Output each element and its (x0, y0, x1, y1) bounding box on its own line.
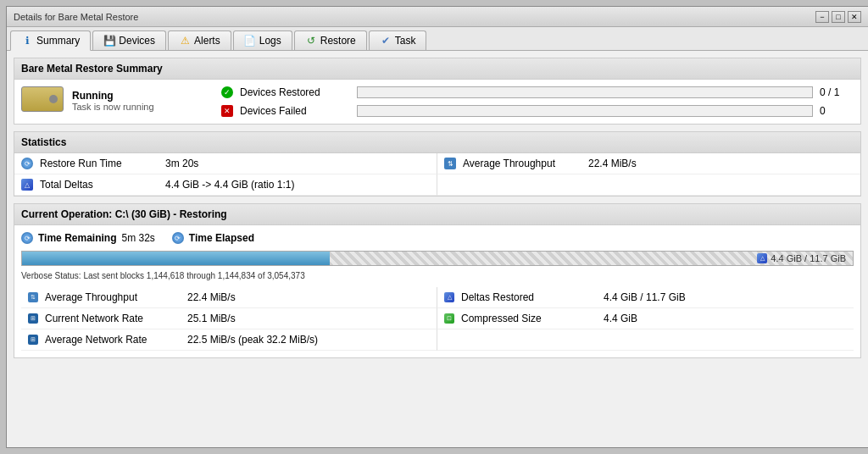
summary-section-header: Bare Metal Restore Summary (14, 58, 860, 80)
tab-restore[interactable]: ↺ Restore (294, 30, 367, 50)
tab-restore-label: Restore (320, 35, 356, 47)
time-remaining-value: 5m 32s (121, 232, 154, 244)
current-network-metric: ⊞ Current Network Rate 25.1 MiB/s (21, 308, 437, 329)
window-title: Details for Bare Metal Restore (14, 12, 138, 22)
avg-network-value: 22.5 MiB/s (peak 32.2 MiB/s) (187, 334, 318, 346)
time-remaining-icon: ⟳ (21, 232, 33, 244)
current-network-label: Current Network Rate (45, 313, 181, 324)
deltas-restored-metric: △ Deltas Restored 4.4 GiB / 11.7 GiB (437, 287, 854, 308)
avg-throughput-icon: ⇅ (444, 158, 456, 169)
summary-section: Bare Metal Restore Summary Running Task … (14, 58, 861, 125)
maximize-button[interactable]: □ (832, 11, 845, 23)
tab-alerts[interactable]: ⚠ Alerts (168, 30, 231, 50)
compressed-size-label: Compressed Size (461, 313, 597, 324)
tab-task-label: Task (395, 35, 416, 47)
main-progress-text: △ 4.4 GiB / 11.7 GiB (757, 253, 846, 263)
avg-network-icon: ⊞ (28, 335, 38, 345)
tab-devices-label: Devices (119, 35, 155, 47)
metrics-grid: ⇅ Average Throughput 22.4 MiB/s △ Deltas… (21, 287, 854, 351)
restore-run-time-value: 3m 20s (165, 158, 198, 169)
time-row: ⟳ Time Remaining 5m 32s ⟳ Time Elapsed (21, 232, 854, 244)
restore-run-time-label: Restore Run Time (40, 158, 159, 169)
avg-throughput-metric-icon: ⇅ (28, 292, 38, 302)
stats-grid: ⟳ Restore Run Time 3m 20s ⇅ Average Thro… (14, 153, 860, 196)
devices-failed-label: Devices Failed (240, 105, 350, 117)
close-button[interactable]: ✕ (848, 11, 861, 23)
compressed-size-value: 4.4 GiB (604, 313, 637, 324)
deltas-restored-icon: △ (444, 292, 454, 302)
current-network-value: 25.1 MiB/s (187, 313, 236, 324)
statistics-section: Statistics ⟳ Restore Run Time 3m 20s ⇅ A… (14, 131, 861, 197)
compressed-size-icon: ⊡ (444, 313, 454, 324)
restore-tab-icon: ↺ (305, 35, 317, 47)
tab-alerts-label: Alerts (194, 35, 220, 47)
progress-delta-icon: △ (757, 253, 767, 263)
window-controls: − □ ✕ (815, 11, 861, 23)
time-elapsed-item: ⟳ Time Elapsed (172, 232, 254, 244)
verbose-status: Verbose Status: Last sent blocks 1,144,6… (21, 271, 854, 280)
total-deltas-icon: △ (21, 179, 33, 191)
devices-restored-progress (357, 86, 813, 98)
operation-section: Current Operation: C:\ (30 GiB) - Restor… (14, 203, 861, 358)
deltas-restored-label: Deltas Restored (461, 291, 597, 303)
avg-network-metric: ⊞ Average Network Rate 22.5 MiB/s (peak … (21, 329, 437, 351)
tab-summary[interactable]: ℹ Summary (10, 30, 91, 51)
total-deltas-label: Total Deltas (40, 179, 159, 191)
tab-logs-label: Logs (259, 35, 281, 47)
time-remaining-item: ⟳ Time Remaining 5m 32s (21, 232, 155, 244)
devices-failed-progress (357, 105, 813, 117)
operation-body: ⟳ Time Remaining 5m 32s ⟳ Time Elapsed △ (14, 225, 860, 357)
tab-logs[interactable]: 📄 Logs (233, 30, 292, 50)
restore-run-time-row: ⟳ Restore Run Time 3m 20s (14, 153, 437, 174)
alerts-tab-icon: ⚠ (179, 35, 191, 47)
avg-network-label: Average Network Rate (45, 334, 181, 346)
devices-restored-label: Devices Restored (240, 86, 350, 98)
main-content: Bare Metal Restore Summary Running Task … (7, 51, 868, 447)
devices-tab-icon: 💾 (103, 35, 115, 47)
avg-throughput-metric-label: Average Throughput (45, 291, 181, 303)
avg-network-empty (437, 329, 854, 351)
summary-section-body: Running Task is now running ✓ Devices Re… (14, 80, 860, 124)
status-row: Running Task is now running ✓ Devices Re… (21, 86, 854, 117)
statistics-header: Statistics (14, 132, 860, 153)
avg-throughput-metric-value: 22.4 MiB/s (187, 291, 236, 303)
devices-failed-value: 0 (820, 105, 854, 117)
status-sublabel: Task is now running (72, 102, 154, 112)
devices-restored-value: 0 / 1 (820, 86, 854, 98)
main-progress-bar: △ 4.4 GiB / 11.7 GiB (21, 251, 854, 266)
total-deltas-value: 4.4 GiB -> 4.4 GiB (ratio 1:1) (165, 179, 294, 191)
logs-tab-icon: 📄 (244, 35, 256, 47)
devices-failed-icon: ✕ (221, 105, 233, 117)
time-elapsed-icon: ⟳ (172, 232, 184, 244)
avg-throughput-label: Average Throughput (463, 158, 581, 169)
task-tab-icon: ✔ (380, 35, 392, 47)
running-icon (21, 86, 64, 112)
tab-summary-label: Summary (36, 35, 80, 47)
tab-task[interactable]: ✔ Task (369, 30, 427, 50)
tab-bar: ℹ Summary 💾 Devices ⚠ Alerts 📄 Logs ↺ Re… (7, 27, 868, 51)
current-network-icon: ⊞ (28, 313, 38, 324)
devices-failed-row: ✕ Devices Failed 0 (221, 105, 854, 117)
tab-devices[interactable]: 💾 Devices (92, 30, 166, 50)
time-remaining-label: Time Remaining (38, 232, 116, 244)
compressed-size-metric: ⊡ Compressed Size 4.4 GiB (437, 308, 854, 329)
status-text: Running Task is now running (72, 90, 154, 112)
restore-time-icon: ⟳ (21, 158, 33, 169)
minimize-button[interactable]: − (815, 11, 829, 23)
avg-throughput-metric: ⇅ Average Throughput 22.4 MiB/s (21, 287, 437, 308)
operation-header: Current Operation: C:\ (30 GiB) - Restor… (14, 204, 860, 225)
avg-throughput-value: 22.4 MiB/s (588, 158, 637, 169)
deltas-restored-value: 4.4 GiB / 11.7 GiB (604, 291, 686, 303)
devices-restored-check-icon: ✓ (221, 86, 233, 98)
summary-tab-icon: ℹ (21, 35, 33, 47)
total-deltas-row: △ Total Deltas 4.4 GiB -> 4.4 GiB (ratio… (14, 174, 437, 196)
main-progress-section: △ 4.4 GiB / 11.7 GiB (21, 251, 854, 266)
progress-value: 4.4 GiB / 11.7 GiB (771, 253, 846, 263)
main-progress-fill (22, 252, 330, 265)
devices-restored-row: ✓ Devices Restored 0 / 1 (221, 86, 854, 98)
avg-throughput-row: ⇅ Average Throughput 22.4 MiB/s (437, 153, 860, 174)
status-label: Running (72, 90, 154, 102)
time-elapsed-label: Time Elapsed (189, 232, 254, 244)
stats-empty-row (437, 174, 860, 196)
